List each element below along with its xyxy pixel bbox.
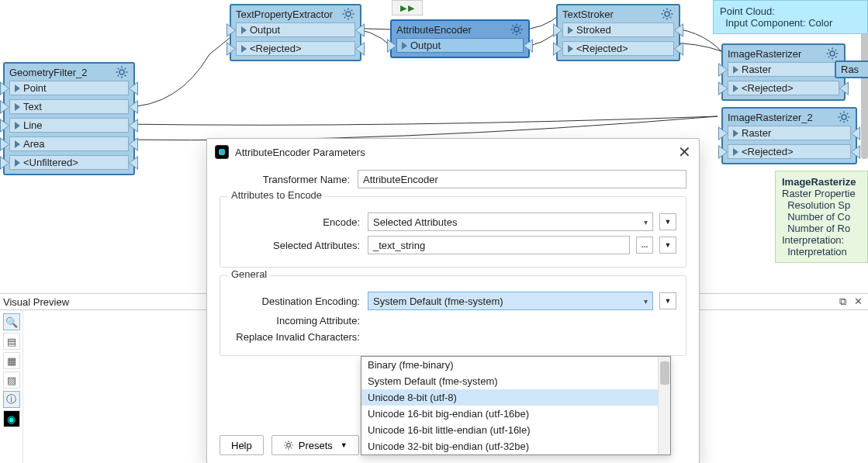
inspect-button[interactable]: 🔍	[3, 313, 20, 330]
node-ras[interactable]: Ras	[835, 60, 868, 78]
chevron-down-icon: ▾	[644, 218, 648, 226]
info-button[interactable]: ⓘ	[3, 391, 20, 408]
close-icon[interactable]: ✕	[678, 143, 691, 161]
bookmark-imagerasterize: ImageRasterize Raster Propertie Resoluti…	[775, 171, 868, 263]
node-geometryfilter[interactable]: GeometryFilter_2 Point Text Line Area <U…	[3, 62, 135, 175]
dd-item[interactable]: System Default (fme-system)	[361, 373, 670, 389]
dialog-titlebar[interactable]: AttributeEncoder Parameters ✕	[207, 139, 699, 165]
dd-item[interactable]: Unicode 32-bit big-endian (utf-32be)	[361, 438, 670, 454]
dd-item[interactable]: Unicode 8-bit (utf-8)	[361, 389, 670, 406]
label-destination-encoding: Destination Encoding:	[230, 295, 368, 307]
grid-view-button[interactable]: ▦	[3, 352, 20, 369]
port-point[interactable]: Point	[9, 81, 129, 95]
encode-combo[interactable]: Selected Attributes▾	[368, 212, 653, 231]
destination-encoding-dropdown[interactable]: Binary (fme-binary) System Default (fme-…	[361, 356, 671, 455]
port-stroked[interactable]: Stroked	[562, 22, 674, 37]
node-title: AttributeEncoder	[396, 24, 472, 36]
graphics-view-button[interactable]: ▨	[3, 371, 20, 389]
node-title: GeometryFilter_2	[9, 67, 87, 78]
display-control-button[interactable]: ◉	[3, 410, 20, 427]
undock-icon[interactable]: ⧉	[837, 295, 849, 307]
presets-button[interactable]: Presets ▼	[271, 435, 359, 455]
node-title: ImageRasterizer_2	[728, 112, 813, 123]
gear-icon[interactable]	[825, 47, 839, 60]
label-incoming-attribute: Incoming Attribute:	[230, 315, 368, 327]
port-line[interactable]: Line	[9, 118, 129, 133]
port-rejected[interactable]: <Rejected>	[236, 41, 355, 56]
encode-menu-button[interactable]: ▼	[659, 213, 676, 230]
port-raster[interactable]: Raster	[728, 126, 851, 140]
transformer-icon	[215, 145, 229, 159]
label-transformer-name: Transformer Name:	[220, 174, 358, 185]
port-rejected[interactable]: <Rejected>	[728, 81, 839, 95]
node-textpropertyextractor[interactable]: TextPropertyExtractor Output <Rejected>	[230, 4, 361, 61]
label-selected-attributes: Selected Attributes:	[230, 240, 368, 251]
panel-title: Visual Preview	[3, 296, 69, 308]
node-title: TextStroker	[562, 9, 614, 20]
selected-attributes-field[interactable]: _text_string	[368, 236, 630, 254]
node-title: TextPropertyExtractor	[236, 9, 333, 20]
gear-icon[interactable]	[510, 22, 524, 36]
table-view-button[interactable]: ▤	[3, 333, 20, 350]
gear-icon	[283, 440, 294, 451]
panel-dock-controls: ⧉ ✕	[837, 295, 865, 308]
port-rejected[interactable]: <Rejected>	[562, 41, 674, 56]
chevron-down-icon: ▼	[341, 441, 348, 449]
canvas-scrollbar-thumb[interactable]	[861, 27, 868, 159]
visual-preview-toolbar: 🔍 ▤ ▦ ▨ ⓘ ◉	[0, 310, 23, 463]
selected-attributes-menu-button[interactable]: ▼	[659, 237, 676, 254]
port-rejected[interactable]: <Rejected>	[728, 144, 851, 159]
dd-item[interactable]: Unicode 16-bit big-endian (utf-16be)	[361, 406, 670, 422]
port-raster[interactable]: Raster	[728, 62, 839, 77]
chevron-down-icon: ▾	[644, 297, 648, 306]
close-panel-icon[interactable]: ✕	[852, 295, 865, 307]
dd-item[interactable]: Unicode 16-bit little-endian (utf-16le)	[361, 422, 670, 438]
help-button[interactable]: Help	[220, 435, 264, 455]
node-textstroker[interactable]: TextStroker Stroked <Rejected>	[556, 4, 680, 61]
gear-icon[interactable]	[837, 110, 851, 124]
port-output[interactable]: Output	[396, 38, 524, 53]
port-area[interactable]: Area	[9, 136, 129, 151]
destination-encoding-menu-button[interactable]: ▼	[659, 292, 676, 309]
destination-encoding-combo[interactable]: System Default (fme-system)▾	[368, 292, 653, 310]
label-replace-invalid: Replace Invalid Characters:	[230, 331, 368, 343]
port-text[interactable]: Text	[9, 99, 129, 114]
node-imagerasterizer2[interactable]: ImageRasterizer_2 Raster <Rejected>	[721, 107, 857, 164]
label-encode: Encode:	[230, 216, 368, 228]
bookmark-pointcloud: Point Cloud: Input Component: Color	[713, 0, 868, 34]
selected-attributes-browse-button[interactable]: …	[636, 237, 653, 254]
node-imagerasterizer[interactable]: ImageRasterizer Raster <Rejected>	[721, 43, 846, 101]
dropdown-scrollbar[interactable]	[658, 357, 670, 454]
gear-icon[interactable]	[341, 7, 355, 21]
port-unfiltered[interactable]: <Unfiltered>	[9, 155, 129, 170]
transformer-name-input[interactable]: AttributeEncoder	[358, 170, 686, 188]
dialog-title: AttributeEncoder Parameters	[235, 147, 365, 158]
section-general: General Destination Encoding: System Def…	[220, 275, 686, 356]
port-output[interactable]: Output	[236, 22, 355, 37]
section-attributes-to-encode: Attributes to Encode Encode: Selected At…	[220, 196, 686, 268]
gear-icon[interactable]	[660, 7, 674, 21]
node-title: ImageRasterizer	[728, 48, 801, 60]
node-attributeencoder[interactable]: AttributeEncoder Output	[390, 19, 530, 58]
dd-item[interactable]: Binary (fme-binary)	[361, 357, 670, 373]
gear-icon[interactable]	[115, 65, 129, 79]
node-title: Ras	[841, 64, 859, 75]
canvas-mini-toolbar[interactable]: ▶▶	[392, 0, 423, 16]
